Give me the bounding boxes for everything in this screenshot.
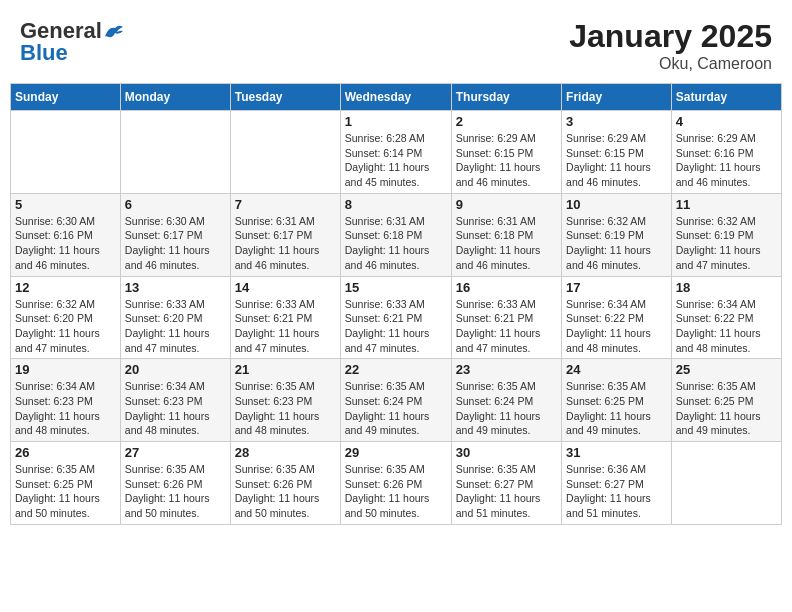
- day-number: 14: [235, 280, 336, 295]
- calendar-cell: [671, 442, 781, 525]
- day-number: 1: [345, 114, 447, 129]
- day-info: Sunrise: 6:32 AM Sunset: 6:19 PM Dayligh…: [676, 214, 777, 273]
- title-block: January 2025 Oku, Cameroon: [569, 18, 772, 73]
- col-friday: Friday: [562, 84, 672, 111]
- day-number: 18: [676, 280, 777, 295]
- logo-bird-icon: [103, 22, 125, 40]
- col-saturday: Saturday: [671, 84, 781, 111]
- day-number: 4: [676, 114, 777, 129]
- day-info: Sunrise: 6:35 AM Sunset: 6:27 PM Dayligh…: [456, 462, 557, 521]
- calendar-cell: [230, 111, 340, 194]
- day-number: 12: [15, 280, 116, 295]
- day-info: Sunrise: 6:31 AM Sunset: 6:18 PM Dayligh…: [456, 214, 557, 273]
- calendar-cell: 15Sunrise: 6:33 AM Sunset: 6:21 PM Dayli…: [340, 276, 451, 359]
- day-info: Sunrise: 6:35 AM Sunset: 6:24 PM Dayligh…: [456, 379, 557, 438]
- day-info: Sunrise: 6:34 AM Sunset: 6:23 PM Dayligh…: [125, 379, 226, 438]
- day-number: 20: [125, 362, 226, 377]
- day-number: 7: [235, 197, 336, 212]
- day-info: Sunrise: 6:36 AM Sunset: 6:27 PM Dayligh…: [566, 462, 667, 521]
- calendar-cell: 9Sunrise: 6:31 AM Sunset: 6:18 PM Daylig…: [451, 193, 561, 276]
- calendar-cell: 10Sunrise: 6:32 AM Sunset: 6:19 PM Dayli…: [562, 193, 672, 276]
- calendar-cell: 20Sunrise: 6:34 AM Sunset: 6:23 PM Dayli…: [120, 359, 230, 442]
- calendar-cell: 4Sunrise: 6:29 AM Sunset: 6:16 PM Daylig…: [671, 111, 781, 194]
- day-number: 16: [456, 280, 557, 295]
- day-number: 10: [566, 197, 667, 212]
- calendar-cell: 24Sunrise: 6:35 AM Sunset: 6:25 PM Dayli…: [562, 359, 672, 442]
- calendar-week-row: 12Sunrise: 6:32 AM Sunset: 6:20 PM Dayli…: [11, 276, 782, 359]
- day-info: Sunrise: 6:33 AM Sunset: 6:21 PM Dayligh…: [235, 297, 336, 356]
- col-sunday: Sunday: [11, 84, 121, 111]
- col-tuesday: Tuesday: [230, 84, 340, 111]
- day-info: Sunrise: 6:35 AM Sunset: 6:24 PM Dayligh…: [345, 379, 447, 438]
- day-number: 13: [125, 280, 226, 295]
- day-info: Sunrise: 6:30 AM Sunset: 6:16 PM Dayligh…: [15, 214, 116, 273]
- calendar-cell: 18Sunrise: 6:34 AM Sunset: 6:22 PM Dayli…: [671, 276, 781, 359]
- day-number: 30: [456, 445, 557, 460]
- day-info: Sunrise: 6:33 AM Sunset: 6:21 PM Dayligh…: [345, 297, 447, 356]
- day-number: 2: [456, 114, 557, 129]
- calendar-cell: 27Sunrise: 6:35 AM Sunset: 6:26 PM Dayli…: [120, 442, 230, 525]
- calendar-cell: [11, 111, 121, 194]
- day-number: 6: [125, 197, 226, 212]
- calendar-cell: 23Sunrise: 6:35 AM Sunset: 6:24 PM Dayli…: [451, 359, 561, 442]
- calendar-cell: 19Sunrise: 6:34 AM Sunset: 6:23 PM Dayli…: [11, 359, 121, 442]
- day-number: 3: [566, 114, 667, 129]
- day-number: 23: [456, 362, 557, 377]
- col-thursday: Thursday: [451, 84, 561, 111]
- day-number: 26: [15, 445, 116, 460]
- day-info: Sunrise: 6:31 AM Sunset: 6:18 PM Dayligh…: [345, 214, 447, 273]
- page-header: General Blue January 2025 Oku, Cameroon: [10, 10, 782, 77]
- day-info: Sunrise: 6:35 AM Sunset: 6:25 PM Dayligh…: [676, 379, 777, 438]
- calendar-cell: 31Sunrise: 6:36 AM Sunset: 6:27 PM Dayli…: [562, 442, 672, 525]
- calendar-cell: 1Sunrise: 6:28 AM Sunset: 6:14 PM Daylig…: [340, 111, 451, 194]
- calendar-table: Sunday Monday Tuesday Wednesday Thursday…: [10, 83, 782, 525]
- day-number: 27: [125, 445, 226, 460]
- day-info: Sunrise: 6:28 AM Sunset: 6:14 PM Dayligh…: [345, 131, 447, 190]
- day-info: Sunrise: 6:35 AM Sunset: 6:26 PM Dayligh…: [345, 462, 447, 521]
- day-number: 5: [15, 197, 116, 212]
- day-info: Sunrise: 6:35 AM Sunset: 6:26 PM Dayligh…: [125, 462, 226, 521]
- day-info: Sunrise: 6:34 AM Sunset: 6:22 PM Dayligh…: [566, 297, 667, 356]
- day-info: Sunrise: 6:33 AM Sunset: 6:20 PM Dayligh…: [125, 297, 226, 356]
- day-number: 22: [345, 362, 447, 377]
- calendar-week-row: 26Sunrise: 6:35 AM Sunset: 6:25 PM Dayli…: [11, 442, 782, 525]
- day-number: 31: [566, 445, 667, 460]
- day-info: Sunrise: 6:29 AM Sunset: 6:15 PM Dayligh…: [566, 131, 667, 190]
- calendar-cell: 25Sunrise: 6:35 AM Sunset: 6:25 PM Dayli…: [671, 359, 781, 442]
- calendar-cell: 26Sunrise: 6:35 AM Sunset: 6:25 PM Dayli…: [11, 442, 121, 525]
- day-info: Sunrise: 6:32 AM Sunset: 6:20 PM Dayligh…: [15, 297, 116, 356]
- day-number: 24: [566, 362, 667, 377]
- day-number: 8: [345, 197, 447, 212]
- day-number: 11: [676, 197, 777, 212]
- day-info: Sunrise: 6:31 AM Sunset: 6:17 PM Dayligh…: [235, 214, 336, 273]
- calendar-cell: 29Sunrise: 6:35 AM Sunset: 6:26 PM Dayli…: [340, 442, 451, 525]
- calendar-cell: 8Sunrise: 6:31 AM Sunset: 6:18 PM Daylig…: [340, 193, 451, 276]
- calendar-title: January 2025: [569, 18, 772, 55]
- calendar-week-row: 1Sunrise: 6:28 AM Sunset: 6:14 PM Daylig…: [11, 111, 782, 194]
- calendar-cell: 2Sunrise: 6:29 AM Sunset: 6:15 PM Daylig…: [451, 111, 561, 194]
- calendar-cell: 12Sunrise: 6:32 AM Sunset: 6:20 PM Dayli…: [11, 276, 121, 359]
- col-wednesday: Wednesday: [340, 84, 451, 111]
- calendar-cell: 5Sunrise: 6:30 AM Sunset: 6:16 PM Daylig…: [11, 193, 121, 276]
- calendar-cell: 13Sunrise: 6:33 AM Sunset: 6:20 PM Dayli…: [120, 276, 230, 359]
- day-info: Sunrise: 6:32 AM Sunset: 6:19 PM Dayligh…: [566, 214, 667, 273]
- calendar-week-row: 5Sunrise: 6:30 AM Sunset: 6:16 PM Daylig…: [11, 193, 782, 276]
- day-number: 9: [456, 197, 557, 212]
- day-info: Sunrise: 6:29 AM Sunset: 6:15 PM Dayligh…: [456, 131, 557, 190]
- col-monday: Monday: [120, 84, 230, 111]
- day-number: 28: [235, 445, 336, 460]
- logo: General Blue: [20, 18, 125, 66]
- calendar-cell: 28Sunrise: 6:35 AM Sunset: 6:26 PM Dayli…: [230, 442, 340, 525]
- calendar-cell: 16Sunrise: 6:33 AM Sunset: 6:21 PM Dayli…: [451, 276, 561, 359]
- calendar-cell: 22Sunrise: 6:35 AM Sunset: 6:24 PM Dayli…: [340, 359, 451, 442]
- day-number: 25: [676, 362, 777, 377]
- calendar-cell: 21Sunrise: 6:35 AM Sunset: 6:23 PM Dayli…: [230, 359, 340, 442]
- calendar-cell: 11Sunrise: 6:32 AM Sunset: 6:19 PM Dayli…: [671, 193, 781, 276]
- day-number: 15: [345, 280, 447, 295]
- day-info: Sunrise: 6:33 AM Sunset: 6:21 PM Dayligh…: [456, 297, 557, 356]
- weekday-header-row: Sunday Monday Tuesday Wednesday Thursday…: [11, 84, 782, 111]
- calendar-cell: 17Sunrise: 6:34 AM Sunset: 6:22 PM Dayli…: [562, 276, 672, 359]
- day-number: 17: [566, 280, 667, 295]
- day-info: Sunrise: 6:34 AM Sunset: 6:23 PM Dayligh…: [15, 379, 116, 438]
- day-info: Sunrise: 6:35 AM Sunset: 6:25 PM Dayligh…: [566, 379, 667, 438]
